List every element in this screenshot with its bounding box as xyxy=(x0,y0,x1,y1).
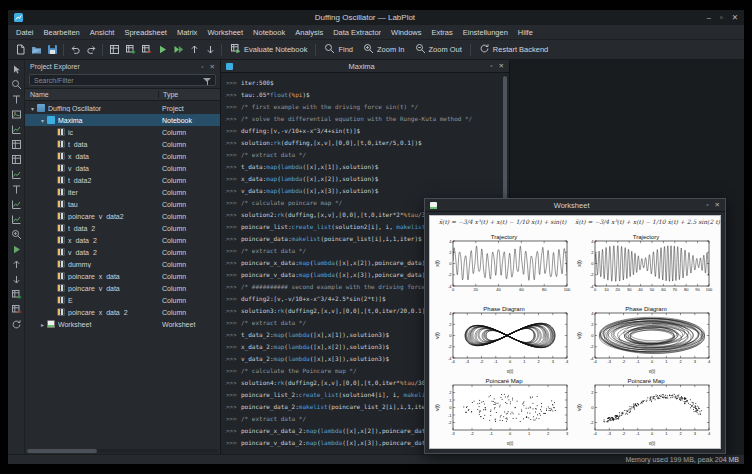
redo-button[interactable] xyxy=(83,42,99,58)
notebook-line[interactable]: >>>/* extract data */ xyxy=(226,148,500,160)
text-icon[interactable] xyxy=(10,93,23,106)
menu-item-data-extractor[interactable]: Data Extractor xyxy=(328,28,386,37)
play-all-button[interactable] xyxy=(170,42,186,58)
scrollbar-handle[interactable] xyxy=(27,449,97,453)
close-icon[interactable]: ✕ xyxy=(715,201,720,209)
tree-row-maxima[interactable]: ▾MaximaNotebook xyxy=(25,114,220,126)
notebook-line[interactable]: >>>/* solve the differential equation wi… xyxy=(226,112,500,124)
tree-row-poincare-v-data2[interactable]: poincare_v_data2Column xyxy=(25,210,220,222)
plot-poin1[interactable]: Poincaré Map-3-2-10123-2-1012v(t)x(t) xyxy=(433,376,575,448)
arrow-up-button[interactable] xyxy=(186,42,202,58)
notebook-line[interactable]: >>>duffing:[v,-v/10+x-x^3/4+sin(t)]$ xyxy=(226,124,500,136)
expander-icon[interactable]: ▸ xyxy=(38,321,47,328)
plus-icon[interactable] xyxy=(10,288,23,301)
notebook-line[interactable]: >>>iter:500$ xyxy=(226,76,500,88)
notebook-line[interactable]: >>>solution:rk(duffing,[x,v],[0,0],[t,0,… xyxy=(226,136,500,148)
settings-icon[interactable] xyxy=(10,318,23,331)
explorer-horizontal-scrollbar[interactable] xyxy=(27,449,218,453)
data-extractor-icon[interactable] xyxy=(10,228,23,241)
image-icon[interactable] xyxy=(10,108,23,121)
close-icon[interactable]: ✕ xyxy=(732,13,738,22)
arrow-down-icon[interactable] xyxy=(10,273,23,286)
menu-item-matrix[interactable]: Matrix xyxy=(172,28,202,37)
minus-icon[interactable] xyxy=(10,303,23,316)
document-save-button[interactable] xyxy=(44,42,60,58)
plot-traj1[interactable]: Trajectory020406080100-4-2024x(t) xyxy=(433,232,575,304)
menu-item-hilfe[interactable]: Hilfe xyxy=(513,28,538,37)
menu-item-windows[interactable]: Windows xyxy=(386,28,426,37)
plot-poin2[interactable]: Poincaré Map-4-3-2-101234-202v(t)x(t) xyxy=(575,376,717,448)
tree-row-poincare-x-data[interactable]: poincare_x_dataColumn xyxy=(25,270,220,282)
spreadsheet-icon[interactable] xyxy=(10,138,23,151)
chart-line-icon[interactable] xyxy=(10,123,23,136)
float-panel-icon[interactable]: ▫ xyxy=(201,63,203,71)
maximize-icon[interactable]: ▫ xyxy=(490,62,492,70)
table-minus-button[interactable] xyxy=(138,42,154,58)
table-plus-button[interactable] xyxy=(122,42,138,58)
notebook-line[interactable]: >>>/* first example with the driving for… xyxy=(226,100,500,112)
tree-row-tau[interactable]: tauColumn xyxy=(25,198,220,210)
menu-item-worksheet[interactable]: Worksheet xyxy=(202,28,248,37)
menu-item-ansicht[interactable]: Ansicht xyxy=(85,28,120,37)
tree-row-v-data-2[interactable]: v_data_2Column xyxy=(25,246,220,258)
zoom-in-button[interactable]: Zoom In xyxy=(358,42,410,58)
find-button[interactable]: Find xyxy=(319,42,358,58)
tree-row-worksheet[interactable]: ▸WorksheetWorksheet xyxy=(25,318,220,330)
title-bar[interactable]: Duffing Oscillator — LabPlot – ▫ ✕ xyxy=(8,10,744,25)
notebook-line[interactable]: >>>tau:.05*float(%pi)$ xyxy=(226,88,500,100)
play-button[interactable] xyxy=(154,42,170,58)
tree-row-x-data-2[interactable]: x_data_2Column xyxy=(25,234,220,246)
worksheet-icon[interactable] xyxy=(10,168,23,181)
worksheet-title-bar[interactable]: Worksheet ▫ ✕ xyxy=(425,199,725,212)
menu-item-analysis[interactable]: Analysis xyxy=(290,28,328,37)
filter-icon[interactable] xyxy=(203,78,211,85)
tree-row-poincare-v-data[interactable]: poincare_v_dataColumn xyxy=(25,282,220,294)
tree-row-ic[interactable]: icColumn xyxy=(25,126,220,138)
notebook-line[interactable]: >>>v_data:map(lambda([x],x[3]),solution)… xyxy=(226,184,500,196)
undo-button[interactable] xyxy=(67,42,83,58)
tree-row-duffing-oscillator[interactable]: ▾Duffing OscillatorProject xyxy=(25,102,220,114)
tree-row-t-data-2[interactable]: t_data_2Column xyxy=(25,222,220,234)
menu-item-bearbeiten[interactable]: Bearbeiten xyxy=(39,28,85,37)
menu-item-datei[interactable]: Datei xyxy=(11,28,39,37)
document-open-button[interactable] xyxy=(28,42,44,58)
histogram-icon[interactable] xyxy=(10,213,23,226)
evaluate-notebook-button[interactable]: Evaluate Notebook xyxy=(225,42,312,58)
notebook-line[interactable]: >>>x_data:map(lambda([x],x[2]),solution)… xyxy=(226,172,500,184)
column-header-name[interactable]: Name xyxy=(25,91,158,98)
zoom-select-icon[interactable] xyxy=(10,78,23,91)
tree-row-x-data[interactable]: x_dataColumn xyxy=(25,150,220,162)
notebook-line[interactable]: >>>t_data:map(lambda([x],x[1]),solution)… xyxy=(226,160,500,172)
tree-row-t-data2[interactable]: t_data2Column xyxy=(25,174,220,186)
fit-icon[interactable] xyxy=(10,198,23,211)
matrix-icon[interactable] xyxy=(10,153,23,166)
plot-phase2[interactable]: Phase Diagram-4-3-2-101234-4-2024v(t)x(t… xyxy=(575,304,717,376)
menu-item-einstellungen[interactable]: Einstellungen xyxy=(458,28,513,37)
search-input[interactable] xyxy=(29,74,216,86)
tree-row-dummy[interactable]: dummyColumn xyxy=(25,258,220,270)
zoom-out-button[interactable]: Zoom Out xyxy=(410,42,467,58)
tree-row-poincare-x-data-2[interactable]: poincare_x_data_2Column xyxy=(25,306,220,318)
tree-row-iter[interactable]: iterColumn xyxy=(25,186,220,198)
play-icon[interactable] xyxy=(10,243,23,256)
expander-icon[interactable]: ▾ xyxy=(38,117,47,124)
menu-item-notebook[interactable]: Notebook xyxy=(248,28,290,37)
menu-item-extras[interactable]: Extras xyxy=(427,28,458,37)
plot-phase1[interactable]: Phase Diagram-4-3-2-101234-4-2024v(t)x(t… xyxy=(433,304,575,376)
pointer-icon[interactable] xyxy=(10,63,23,76)
tree-row-e[interactable]: EColumn xyxy=(25,294,220,306)
tree-row-t-data[interactable]: t_dataColumn xyxy=(25,138,220,150)
arrow-up-icon[interactable] xyxy=(10,258,23,271)
plot-traj2[interactable]: Trajectory0102030405060708090100-4-2024x… xyxy=(575,232,717,304)
column-header-type[interactable]: Type xyxy=(158,91,220,98)
notebook-icon[interactable] xyxy=(10,183,23,196)
notebook-title-bar[interactable]: Maxima ▫ ✕ xyxy=(221,60,509,73)
menu-item-spreadsheet[interactable]: Spreadsheet xyxy=(119,28,172,37)
close-panel-icon[interactable]: ✕ xyxy=(210,63,215,71)
arrow-down-button[interactable] xyxy=(202,42,218,58)
document-new-button[interactable] xyxy=(12,42,28,58)
table-button[interactable] xyxy=(106,42,122,58)
minimize-icon[interactable]: – xyxy=(707,13,711,22)
restart-backend-button[interactable]: Restart Backend xyxy=(474,42,553,58)
maximize-icon[interactable]: ▫ xyxy=(706,201,708,209)
